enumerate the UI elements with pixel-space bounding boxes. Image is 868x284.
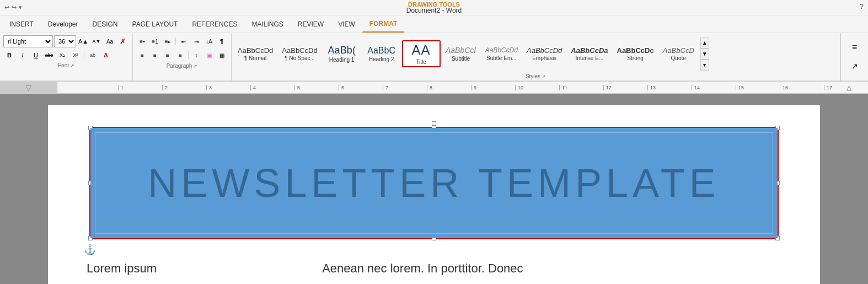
bullets-button[interactable]: ≡• (136, 35, 148, 47)
paragraph-group-label: Paragraph ↗ (136, 63, 228, 69)
ruler-mark-4: 4 (250, 85, 294, 90)
sort-button[interactable]: ↕A (203, 35, 215, 47)
ruler-mark-6: 6 (339, 85, 383, 90)
undo-icon[interactable]: ↩ (4, 4, 9, 11)
paragraph-expand-icon[interactable]: ↗ (193, 63, 197, 69)
superscript-button[interactable]: X² (69, 49, 82, 61)
font-grow-button[interactable]: A▲ (77, 35, 89, 47)
document-area: NEWSLETTER TEMPLATE ⚓ Lorem ipsum Aenean… (0, 94, 868, 284)
font-color-button[interactable]: A (100, 49, 112, 61)
below-text-col2: Aenean nec lorem. In porttitor. Donec (322, 261, 523, 276)
ruler-mark-11: 11 (559, 85, 603, 90)
tab-references[interactable]: REFERENCES (185, 15, 244, 33)
show-formatting-button[interactable]: ¶ (216, 35, 228, 47)
ruler-marks: 1 2 3 4 5 6 7 8 9 10 11 12 13 14 15 16 1… (118, 82, 868, 93)
styles-scrollbar: ▲ ▼ ▾ (699, 36, 710, 72)
style-quote[interactable]: AaBbCcD Quote (659, 45, 698, 63)
underline-button[interactable]: U (30, 49, 42, 61)
multilevel-button[interactable]: ≡▸ (162, 35, 174, 47)
style-emphasis[interactable]: AaBbCcDd Emphasis (523, 45, 566, 63)
font-expand-icon[interactable]: ↗ (70, 63, 74, 68)
text-box-container: NEWSLETTER TEMPLATE ⚓ (89, 121, 779, 239)
ruler-mark-10: 10 (515, 85, 559, 90)
paragraph-group: ≡• ≡1 ≡▸ ⇤ ⇥ ↕A ¶ ≡ ≡ ≡ ≡ ↕ ▣ ▦ Paragrap… (133, 33, 232, 81)
tab-developer[interactable]: Developer (41, 15, 85, 33)
tab-review[interactable]: REVIEW (291, 15, 331, 33)
handle-top-center-above[interactable] (432, 121, 436, 126)
para-bottom-row: ≡ ≡ ≡ ≡ ↕ ▣ ▦ (136, 49, 228, 61)
quick-access-arrow[interactable]: ▾ (19, 4, 22, 11)
borders-button[interactable]: ▦ (216, 49, 228, 61)
style-intense-emphasis[interactable]: AaBbCcDa Intense E... (567, 45, 612, 63)
right-btn1[interactable]: ≡ (844, 39, 866, 56)
styles-group: AaBbCcDd ¶ Normal AaBbCcDd ¶ No Spac... … (232, 33, 840, 81)
shading-button[interactable]: ▣ (203, 49, 215, 61)
font-size-select[interactable]: 36 (54, 35, 76, 47)
newsletter-text[interactable]: NEWSLETTER TEMPLATE (148, 160, 720, 206)
ruler-arrow-left: ▽ (25, 83, 31, 92)
style-h2-label: Heading 2 (369, 56, 394, 62)
style-heading1[interactable]: AaBb( Heading 1 (323, 43, 361, 65)
styles-expand-btn[interactable]: ▾ (700, 60, 709, 71)
newsletter-text-box[interactable]: NEWSLETTER TEMPLATE (90, 128, 778, 238)
tab-view[interactable]: VIEW (331, 15, 362, 33)
style-nospace[interactable]: AaBbCcDd ¶ No Spac... (278, 45, 321, 63)
strikethrough-button[interactable]: abc (43, 49, 55, 61)
style-normal[interactable]: AaBbCcDd ¶ Normal (234, 45, 277, 63)
subscript-button[interactable]: X₂ (56, 49, 68, 61)
style-quote-label: Quote (671, 55, 686, 61)
drawing-tools-label: DRAWING TOOLS (408, 1, 460, 8)
tab-page-layout[interactable]: PAGE LAYOUT (125, 15, 185, 33)
para-top-row: ≡• ≡1 ≡▸ ⇤ ⇥ ↕A ¶ (136, 35, 228, 47)
ruler-mark-9: 9 (471, 85, 515, 90)
style-emphasis-label: Emphasis (532, 55, 556, 61)
styles-scroll-up[interactable]: ▲ (700, 37, 709, 49)
tab-design[interactable]: DESIGN (85, 15, 125, 33)
style-h2-preview: AaBbC (367, 45, 395, 56)
font-group: ri Light 36 A▲ A▼ Aa ✗ B I U abc X₂ X² a… (0, 33, 133, 81)
styles-group-label: Styles ↗ (234, 73, 838, 79)
help-icon[interactable]: ? (860, 2, 864, 10)
font-shrink-button[interactable]: A▼ (90, 35, 103, 47)
below-text-area: Lorem ipsum Aenean nec lorem. In porttit… (81, 261, 787, 276)
ruler-mark-3: 3 (206, 85, 250, 90)
numbering-button[interactable]: ≡1 (149, 35, 161, 47)
align-right-button[interactable]: ≡ (162, 49, 174, 61)
style-intense-preview: AaBbCcDa (571, 46, 608, 55)
styles-scroll-down[interactable]: ▼ (700, 49, 709, 60)
style-quote-preview: AaBbCcD (663, 46, 694, 55)
redo-icon[interactable]: ↪ (12, 4, 17, 11)
style-strong[interactable]: AaBbCcDc Strong (613, 45, 658, 63)
decrease-indent-button[interactable]: ⇤ (178, 35, 190, 47)
style-strong-preview: AaBbCcDc (617, 46, 654, 55)
ruler: ▽ 1 2 3 4 5 6 7 8 9 10 11 12 13 14 15 16… (0, 82, 868, 94)
text-box-selection[interactable]: NEWSLETTER TEMPLATE (89, 127, 779, 239)
line-spacing-button[interactable]: ↕ (190, 49, 202, 61)
italic-button[interactable]: I (17, 49, 29, 61)
align-center-button[interactable]: ≡ (149, 49, 161, 61)
styles-expand-icon[interactable]: ↗ (542, 74, 546, 79)
font-name-select[interactable]: ri Light (3, 35, 53, 47)
bold-button[interactable]: B (3, 49, 15, 61)
ruler-arrow-right: △ (846, 84, 851, 92)
quick-access[interactable]: ↩ ↪ ▾ (4, 4, 22, 11)
clear-format-button[interactable]: ✗ (117, 35, 129, 47)
tab-format[interactable]: FORMAT (362, 15, 404, 33)
style-title[interactable]: AA Title (402, 40, 441, 67)
style-intense-label: Intense E... (576, 55, 604, 61)
text-highlight-button[interactable]: ab (87, 49, 99, 61)
style-title-preview: AA (412, 42, 431, 58)
ruler-mark-14: 14 (692, 85, 736, 90)
style-subtitle[interactable]: AaBbCcI Subtitle (442, 44, 480, 63)
style-heading2[interactable]: AaBbC Heading 2 (362, 44, 401, 64)
right-btn2[interactable]: ↗ (844, 58, 866, 74)
change-case-button[interactable]: Aa (104, 35, 116, 47)
align-left-button[interactable]: ≡ (136, 49, 148, 61)
style-normal-preview: AaBbCcDd (238, 46, 273, 55)
increase-indent-button[interactable]: ⇥ (190, 35, 202, 47)
tab-mailings[interactable]: MAILINGS (244, 15, 290, 33)
style-subtle-emphasis[interactable]: AaBbCcDd Subtle Em... (481, 45, 522, 62)
tab-insert[interactable]: INSERT (2, 15, 41, 33)
anchor-icon: ⚓ (84, 244, 96, 256)
justify-button[interactable]: ≡ (174, 49, 186, 61)
